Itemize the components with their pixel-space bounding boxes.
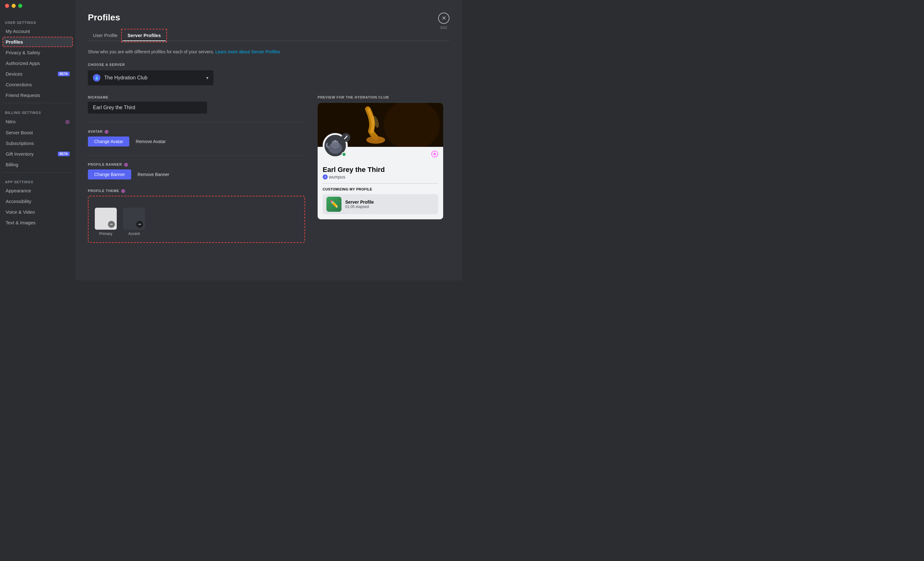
preview-label: Preview for The Hydration Club (318, 95, 450, 99)
description-text: Show who you are with different profiles… (88, 49, 450, 55)
change-avatar-button[interactable]: Change Avatar (88, 136, 129, 147)
sidebar-item-profiles[interactable]: Profiles (3, 37, 73, 47)
choose-server-label: Choose a Server (88, 63, 450, 66)
username-verified-icon: ✦ (322, 174, 328, 180)
sidebar-label-my-account: My Account (6, 28, 30, 34)
nickname-input[interactable] (88, 102, 207, 114)
nitro-card-icon (431, 151, 438, 159)
edit-avatar-icon[interactable] (342, 133, 350, 142)
theme-nitro-icon: ◎ (121, 188, 125, 193)
sidebar-item-devices[interactable]: Devices BETA (3, 69, 73, 79)
sidebar-label-authorized-apps: Authorized Apps (6, 60, 40, 66)
chevron-down-icon: ▾ (206, 75, 208, 80)
sidebar-label-connections: Connections (6, 82, 32, 87)
svg-point-10 (434, 153, 436, 155)
tab-server-profiles[interactable]: Server Profiles (122, 30, 166, 41)
sidebar-divider-2 (3, 172, 73, 172)
remove-avatar-button[interactable]: Remove Avatar (133, 136, 168, 147)
sidebar-label-nitro: Nitro (6, 119, 16, 124)
banner-nitro-icon: ◎ (124, 162, 128, 167)
sidebar-item-server-boost[interactable]: Server Boost (3, 128, 73, 138)
sidebar-item-appearance[interactable]: Appearance (3, 185, 73, 196)
avatar-buttons: Change Avatar Remove Avatar (88, 136, 305, 147)
sidebar-item-gift-inventory[interactable]: Gift Inventory BETA (3, 149, 73, 159)
primary-swatch-container: ✏ Primary (95, 208, 117, 236)
sidebar-label-privacy-safety: Privacy & Safety (6, 50, 40, 55)
sidebar-item-privacy-safety[interactable]: Privacy & Safety (3, 47, 73, 58)
app-settings-label: App Settings (3, 175, 73, 185)
user-settings-label: User Settings (3, 16, 73, 26)
accent-swatch-label: Accent (123, 231, 145, 236)
svg-point-8 (334, 140, 336, 142)
accent-swatch-edit-icon: ✏ (136, 221, 143, 228)
sidebar-label-text-images: Text & Images (6, 220, 36, 225)
gift-inventory-beta-badge: BETA (58, 152, 70, 156)
sidebar-label-accessibility: Accessibility (6, 199, 32, 204)
right-column: Preview for The Hydration Club (318, 95, 450, 252)
remove-banner-button[interactable]: Remove Banner (135, 170, 172, 180)
primary-swatch-edit-icon: ✏ (108, 221, 115, 228)
theme-swatches: ✏ Primary ✏ Accent (95, 208, 298, 236)
sidebar-item-accessibility[interactable]: Accessibility (3, 196, 73, 207)
close-settings-button[interactable]: ✕ (438, 12, 450, 24)
avatar-label: Avatar ◎ (88, 129, 305, 134)
minimize-button[interactable] (12, 4, 16, 8)
profile-display-name: Earl Grey the Third (322, 166, 438, 174)
sidebar-divider-1 (3, 103, 73, 103)
sidebar-label-devices: Devices (6, 71, 22, 76)
sidebar-item-subscriptions[interactable]: Subscriptions (3, 138, 73, 148)
primary-swatch[interactable]: ✏ (95, 208, 117, 230)
sidebar-item-friend-requests[interactable]: Friend Requests (3, 90, 73, 100)
sidebar-label-gift-inventory: Gift Inventory (6, 151, 34, 157)
avatar-section: Avatar ◎ Change Avatar Remove Avatar (88, 129, 305, 147)
maximize-button[interactable] (18, 4, 22, 8)
change-banner-button[interactable]: Change Banner (88, 170, 131, 180)
badge-time: 01:05 elapsed (345, 205, 434, 209)
server-dropdown-left: 💧 The Hydration Club (93, 74, 147, 82)
badge-info: Server Profile 01:05 elapsed (345, 200, 434, 209)
sidebar-item-authorized-apps[interactable]: Authorized Apps (3, 58, 73, 68)
svg-point-2 (366, 136, 385, 144)
svg-point-1 (384, 103, 440, 147)
server-dropdown[interactable]: 💧 The Hydration Club ▾ (88, 70, 213, 86)
esc-label: ESC (440, 26, 448, 30)
tabs-bar: User Profile Server Profiles (88, 30, 450, 41)
billing-settings-label: Billing Settings (3, 106, 73, 116)
left-column: Nickname Avatar ◎ Change Avatar Remove A… (88, 95, 305, 252)
online-indicator (342, 152, 346, 157)
field-divider-1 (88, 122, 305, 123)
accent-swatch[interactable]: ✏ (123, 208, 145, 230)
nickname-section: Nickname (88, 95, 305, 114)
sidebar-label-billing: Billing (6, 162, 18, 167)
avatar-nitro-icon: ◎ (105, 129, 109, 134)
learn-more-link[interactable]: Learn more about Server Profiles (215, 49, 280, 54)
sidebar-item-voice-video[interactable]: Voice & Video (3, 207, 73, 217)
sidebar-item-billing[interactable]: Billing (3, 159, 73, 170)
sidebar-label-appearance: Appearance (6, 188, 31, 193)
accent-swatch-container: ✏ Accent (123, 208, 145, 236)
server-dropdown-icon: 💧 (93, 74, 100, 82)
sidebar-label-server-boost: Server Boost (6, 130, 33, 135)
profile-banner-section: Profile Banner ◎ Change Banner Remove Ba… (88, 162, 305, 180)
banner-buttons: Change Banner Remove Banner (88, 170, 305, 180)
customizing-label: Customizing My Profile (322, 188, 438, 191)
tab-user-profile[interactable]: User Profile (88, 30, 122, 41)
sidebar-label-profiles: Profiles (6, 39, 23, 45)
sidebar-item-my-account[interactable]: My Account (3, 26, 73, 36)
sidebar: User Settings My Account Profiles Privac… (0, 0, 75, 280)
sidebar-label-voice-video: Voice & Video (6, 209, 35, 214)
sidebar-label-friend-requests: Friend Requests (6, 93, 40, 98)
sidebar-item-text-images[interactable]: Text & Images (3, 218, 73, 228)
field-divider-2 (88, 155, 305, 156)
sidebar-item-nitro[interactable]: Nitro ◎ (3, 116, 73, 127)
profile-theme-section-wrapper: Profile Theme ◎ ✏ Primary ✏ (88, 188, 305, 243)
server-profile-badge: ✏️ Server Profile 01:05 elapsed (322, 194, 438, 214)
profile-username: ✦ wumpus (322, 174, 438, 180)
profile-card-info: Earl Grey the Third ✦ wumpus Customizing… (322, 152, 438, 214)
server-dropdown-name: The Hydration Club (104, 75, 147, 81)
sidebar-item-connections[interactable]: Connections (3, 80, 73, 90)
close-button[interactable] (5, 4, 9, 8)
profile-theme-label: Profile Theme ◎ (88, 188, 305, 193)
page-title: Profiles (88, 12, 450, 22)
primary-swatch-label: Primary (95, 231, 117, 236)
